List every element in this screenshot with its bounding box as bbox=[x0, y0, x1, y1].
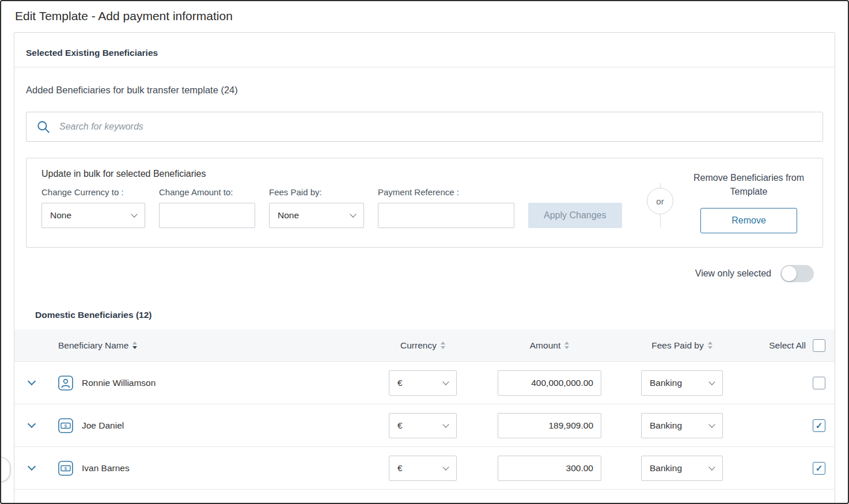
table-row: Ronnie Williamson € Banking bbox=[14, 362, 835, 404]
chevron-down-icon bbox=[131, 211, 137, 217]
change-amount-input[interactable] bbox=[159, 203, 255, 228]
beneficiary-name: Ivan Barnes bbox=[82, 463, 130, 473]
row-select-cell: ✓ bbox=[742, 462, 835, 475]
row-amount-input[interactable] bbox=[498, 413, 601, 438]
search-box bbox=[26, 112, 823, 142]
row-checkbox[interactable] bbox=[813, 377, 825, 389]
beneficiary-name: Joe Daniel bbox=[82, 420, 124, 431]
row-checkbox[interactable]: ✓ bbox=[813, 462, 825, 475]
select-all-label: Select All bbox=[769, 340, 806, 351]
currency-cell: € bbox=[368, 370, 477, 396]
amount-header-label: Amount bbox=[530, 340, 560, 351]
amount-cell bbox=[477, 456, 621, 481]
section-title: Selected Existing Beneficiaries bbox=[26, 48, 823, 58]
expand-row-icon[interactable] bbox=[28, 463, 36, 471]
remove-beneficiaries-heading: Remove Beneficiaries from Template bbox=[687, 171, 811, 199]
currency-cell: € bbox=[368, 456, 477, 481]
fees-cell: Banking bbox=[621, 456, 742, 481]
row-fees-value: Banking bbox=[650, 378, 682, 388]
change-currency-field: Change Currency to : None bbox=[41, 187, 145, 228]
expand-row-icon[interactable] bbox=[28, 420, 36, 428]
search-icon bbox=[36, 119, 51, 134]
view-only-selected-row: View only selected bbox=[14, 265, 814, 282]
row-fees-value: Banking bbox=[650, 463, 682, 473]
section-head: Selected Existing Beneficiaries bbox=[14, 33, 835, 67]
sort-beneficiary-name-icon[interactable] bbox=[132, 342, 137, 349]
currency-header-label: Currency bbox=[400, 340, 437, 351]
change-currency-value: None bbox=[50, 210, 71, 221]
currency-cell: € bbox=[368, 413, 477, 438]
search-input[interactable] bbox=[58, 121, 813, 132]
view-only-selected-toggle[interactable] bbox=[780, 265, 814, 282]
row-currency-select[interactable]: € bbox=[389, 456, 457, 481]
row-fees-select[interactable]: Banking bbox=[641, 456, 723, 481]
beneficiary-name-cell: Ronnie Williamson bbox=[49, 376, 368, 391]
fees-cell: Banking bbox=[621, 413, 742, 438]
row-currency-value: € bbox=[397, 463, 403, 473]
amount-cell bbox=[477, 370, 621, 396]
bulk-update-left: Update in bulk for selected Beneficiarie… bbox=[41, 169, 634, 233]
row-expander-cell bbox=[14, 381, 49, 384]
payment-reference-label: Payment Reference : bbox=[378, 187, 514, 197]
change-amount-label: Change Amount to: bbox=[159, 187, 255, 197]
money-icon: $ bbox=[58, 461, 73, 476]
change-currency-label: Change Currency to : bbox=[41, 187, 145, 197]
select-all-checkbox[interactable] bbox=[813, 339, 825, 352]
svg-text:$: $ bbox=[65, 465, 67, 471]
beneficiary-name-cell: $ Joe Daniel bbox=[49, 418, 368, 433]
row-expander-cell bbox=[14, 467, 49, 469]
row-amount-input[interactable] bbox=[498, 456, 601, 481]
domestic-beneficiaries-title: Domestic Beneficiaries (12) bbox=[35, 310, 835, 320]
sort-currency-icon[interactable] bbox=[441, 342, 445, 349]
row-currency-value: € bbox=[397, 378, 403, 388]
fees-paid-label: Fees Paid by: bbox=[269, 187, 364, 197]
row-expander-cell bbox=[14, 424, 49, 427]
fees-paid-value: None bbox=[278, 210, 299, 221]
fees-paid-by-header: Fees Paid by bbox=[621, 340, 742, 351]
row-currency-select[interactable]: € bbox=[389, 370, 457, 396]
sort-amount-icon[interactable] bbox=[564, 342, 569, 349]
person-icon bbox=[58, 376, 73, 391]
toggle-knob bbox=[782, 266, 797, 281]
amount-header: Amount bbox=[477, 340, 621, 351]
apply-changes-button[interactable]: Apply Changes bbox=[528, 203, 622, 228]
beneficiary-name: Ronnie Williamson bbox=[82, 378, 156, 388]
bulk-update-title: Update in bulk for selected Beneficiarie… bbox=[41, 169, 634, 179]
currency-header: Currency bbox=[368, 340, 477, 351]
fees-paid-select[interactable]: None bbox=[269, 203, 364, 228]
change-currency-select[interactable]: None bbox=[41, 203, 145, 228]
sort-fees-icon[interactable] bbox=[708, 342, 712, 349]
page-title: Edit Template - Add payment information bbox=[15, 9, 834, 23]
fees-paid-by-header-label: Fees Paid by bbox=[651, 340, 703, 351]
drawer-handle[interactable] bbox=[0, 457, 10, 482]
table-row: $ Joe Daniel € Banking bbox=[14, 404, 835, 447]
beneficiary-name-header-label: Beneficiary Name bbox=[58, 340, 128, 351]
beneficiaries-card: Selected Existing Beneficiaries Added Be… bbox=[14, 32, 835, 504]
row-fees-select[interactable]: Banking bbox=[641, 370, 723, 396]
row-checkbox[interactable]: ✓ bbox=[813, 419, 825, 432]
row-currency-select[interactable]: € bbox=[389, 413, 457, 438]
change-amount-field: Change Amount to: bbox=[159, 187, 255, 228]
fees-cell: Banking bbox=[621, 370, 742, 396]
chevron-down-icon bbox=[708, 421, 715, 427]
row-amount-input[interactable] bbox=[498, 370, 601, 396]
fees-paid-field: Fees Paid by: None bbox=[269, 187, 364, 228]
chevron-down-icon bbox=[442, 378, 449, 385]
chevron-down-icon bbox=[350, 211, 356, 217]
bulk-update-fields: Change Currency to : None Change Amount … bbox=[41, 187, 634, 228]
beneficiaries-table: Beneficiary Name Currency Amount Fees Pa… bbox=[14, 329, 835, 490]
chevron-down-icon bbox=[708, 464, 715, 470]
row-currency-value: € bbox=[397, 420, 403, 431]
select-all-header: Select All bbox=[742, 339, 835, 352]
bulk-update-panel: Update in bulk for selected Beneficiarie… bbox=[26, 158, 823, 248]
edit-template-screen: Edit Template - Add payment information … bbox=[0, 0, 849, 504]
expand-row-icon[interactable] bbox=[28, 377, 36, 385]
remove-button[interactable]: Remove bbox=[700, 208, 797, 233]
payment-reference-input[interactable] bbox=[378, 203, 514, 228]
payment-reference-field: Payment Reference : bbox=[378, 187, 514, 228]
row-fees-select[interactable]: Banking bbox=[641, 413, 723, 438]
or-divider: or bbox=[634, 169, 687, 233]
row-select-cell: ✓ bbox=[742, 419, 835, 432]
money-icon: $ bbox=[58, 418, 73, 433]
view-only-selected-label: View only selected bbox=[695, 268, 771, 279]
